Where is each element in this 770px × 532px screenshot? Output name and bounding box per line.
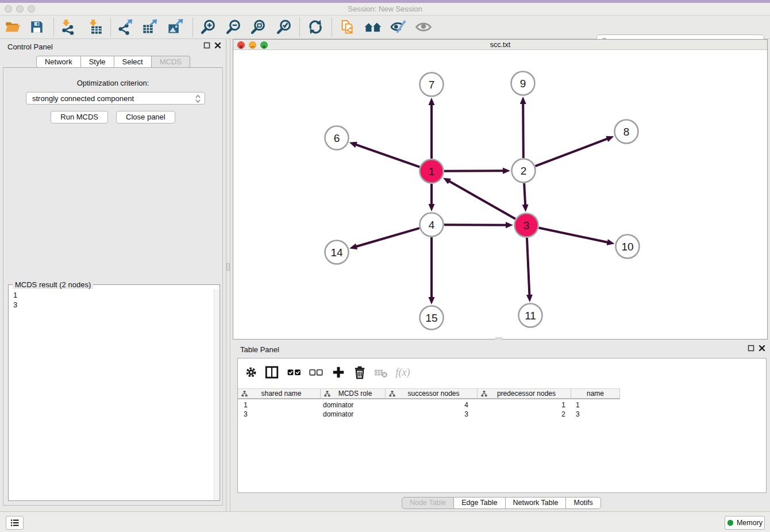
gear-icon[interactable]	[242, 364, 260, 381]
graph-edge-1-7[interactable]	[429, 98, 435, 159]
graph-edge-2-8[interactable]	[536, 136, 614, 167]
tab-node-table[interactable]: Node Table	[402, 497, 454, 509]
tab-edge-table[interactable]: Edge Table	[454, 497, 505, 509]
refresh-icon[interactable]	[307, 18, 324, 36]
column-header-shared-name[interactable]: shared name	[238, 388, 321, 399]
column-header-name[interactable]: name	[571, 388, 620, 399]
tab-select[interactable]: Select	[114, 56, 152, 68]
toolbar-separator	[110, 18, 111, 37]
table-row[interactable]: 1dominator411	[238, 400, 766, 410]
table-cell[interactable]: 2	[478, 410, 571, 419]
graph-node-10[interactable]: 10	[616, 235, 640, 259]
add-icon[interactable]	[330, 364, 347, 381]
graph-node-14[interactable]: 14	[325, 241, 349, 264]
column-header-MCDS-role[interactable]: MCDS role	[321, 388, 386, 399]
table-toolbar: f(x)	[238, 358, 766, 385]
graph-edge-1-4[interactable]	[429, 184, 435, 211]
zoom-out-icon[interactable]	[225, 18, 242, 36]
close-table-panel-icon[interactable]	[759, 345, 765, 352]
table-cell[interactable]: 3	[571, 410, 620, 419]
node-label: 7	[429, 79, 435, 91]
graph-edge-4-3[interactable]	[444, 222, 513, 228]
toolbar-separator	[299, 18, 300, 37]
home-icon[interactable]	[364, 18, 382, 36]
import-table-icon[interactable]	[86, 18, 103, 36]
float-table-panel-icon[interactable]	[748, 345, 754, 352]
graph-edge-1-2[interactable]	[444, 168, 510, 174]
table-cell[interactable]: 1	[478, 400, 571, 410]
graph-edge-1-6[interactable]	[349, 142, 420, 167]
tab-mcds[interactable]: MCDS	[152, 56, 190, 68]
result-scrollbar[interactable]	[214, 289, 219, 500]
graph-edge-4-14[interactable]	[349, 228, 419, 249]
close-panel-button[interactable]: Close panel	[116, 111, 175, 124]
criterion-select-value: strongly connected component	[32, 94, 134, 103]
panel-divider-handle[interactable]	[226, 263, 230, 271]
canvas-resize-handle[interactable]	[495, 337, 502, 340]
zoom-fit-icon[interactable]	[249, 18, 267, 36]
graph-node-6[interactable]: 6	[325, 126, 349, 150]
zoom-selected-icon[interactable]	[275, 18, 292, 36]
graph-node-11[interactable]: 11	[519, 304, 542, 327]
open-session-icon[interactable]	[4, 18, 21, 36]
graph-node-2[interactable]: 2	[512, 159, 536, 183]
tab-network-table[interactable]: Network Table	[506, 497, 567, 509]
graph-node-3[interactable]: 3	[515, 214, 538, 237]
graph-edge-3-1[interactable]	[443, 178, 515, 219]
table-cell[interactable]: dominator	[321, 400, 386, 410]
export-image-icon[interactable]	[167, 18, 184, 36]
table-cell[interactable]: 1	[571, 400, 620, 410]
graph-edge-3-10[interactable]	[539, 228, 615, 245]
table-cell[interactable]: 4	[386, 400, 478, 410]
deselect-all-icon[interactable]	[307, 364, 325, 381]
table-panel: Table Panel	[233, 342, 770, 511]
tab-motifs[interactable]: Motifs	[566, 497, 600, 509]
zoom-in-icon[interactable]	[199, 18, 217, 36]
clone-network-icon[interactable]	[339, 18, 356, 36]
delete-table-icon[interactable]	[372, 364, 390, 381]
hide-selected-icon[interactable]	[390, 18, 407, 36]
window-title: Session: New Session	[0, 5, 770, 13]
graph-node-9[interactable]: 9	[511, 72, 535, 95]
graph-edge-4-15[interactable]	[429, 237, 435, 304]
table-cell[interactable]: dominator	[321, 410, 386, 419]
mcds-result-text[interactable]: 1 3	[9, 289, 214, 500]
float-panel-icon[interactable]	[203, 42, 210, 49]
function-icon[interactable]: f(x)	[394, 364, 411, 381]
graph-node-7[interactable]: 7	[420, 73, 444, 97]
network-view-window: scc.txt 7968124314101511	[233, 39, 768, 340]
columns-icon[interactable]	[263, 364, 280, 381]
memory-button[interactable]: Memory	[725, 516, 765, 530]
graph-node-1[interactable]: 1	[420, 160, 444, 183]
panel-divider[interactable]	[230, 39, 230, 511]
column-header-successor-nodes[interactable]: successor nodes	[386, 388, 478, 399]
select-all-icon[interactable]	[286, 364, 303, 381]
run-mcds-button[interactable]: Run MCDS	[51, 111, 108, 124]
delete-icon[interactable]	[351, 364, 368, 381]
close-panel-icon[interactable]	[214, 42, 221, 49]
show-all-icon[interactable]	[415, 18, 432, 36]
graph-node-4[interactable]: 4	[420, 213, 444, 237]
graph-edge-2-9[interactable]	[520, 97, 526, 158]
table-cell[interactable]: 1	[238, 400, 321, 410]
import-network-icon[interactable]	[59, 18, 76, 36]
export-table-icon[interactable]	[141, 18, 159, 36]
tab-style[interactable]: Style	[81, 56, 114, 68]
table-cell[interactable]: 3	[386, 410, 478, 419]
criterion-select[interactable]: strongly connected component	[26, 92, 205, 105]
table-cell[interactable]: 3	[238, 410, 321, 419]
network-canvas[interactable]: 7968124314101511	[233, 50, 767, 339]
network-window-titlebar[interactable]: scc.txt	[233, 40, 767, 50]
optimization-criterion-label: Optimization criterion:	[3, 79, 222, 87]
graph-node-15[interactable]: 15	[420, 306, 444, 330]
table-row[interactable]: 3dominator323	[238, 410, 766, 419]
graph-edge-3-11[interactable]	[526, 238, 533, 302]
graph-node-8[interactable]: 8	[615, 120, 638, 144]
save-session-icon[interactable]	[28, 18, 45, 36]
export-network-icon[interactable]	[117, 18, 134, 36]
tab-network[interactable]: Network	[36, 56, 81, 68]
graph-edge-2-3[interactable]	[522, 183, 529, 212]
column-header-predecessor-nodes[interactable]: predecessor nodes	[478, 388, 571, 399]
task-history-button[interactable]	[6, 516, 24, 530]
mcds-result-group: MCDS result (2 nodes) 1 3	[8, 284, 220, 501]
